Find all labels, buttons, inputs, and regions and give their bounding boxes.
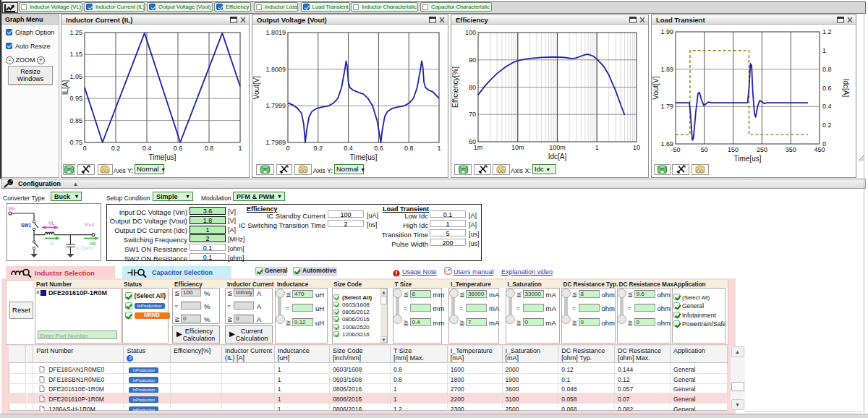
svg-text:1.7999: 1.7999 bbox=[265, 102, 286, 109]
svg-text:1.79: 1.79 bbox=[660, 103, 673, 110]
svg-text:1: 1 bbox=[437, 145, 441, 152]
svg-text:0.6: 0.6 bbox=[374, 145, 383, 152]
svg-text:Idc[A]: Idc[A] bbox=[842, 79, 850, 98]
svg-text:250: 250 bbox=[757, 146, 767, 153]
svg-text:VL: VL bbox=[48, 221, 55, 226]
svg-text:10: 10 bbox=[633, 144, 640, 151]
svg-text:1.7989: 1.7989 bbox=[265, 139, 286, 146]
svg-text:1.05: 1.05 bbox=[69, 73, 82, 80]
svg-text:0.8: 0.8 bbox=[205, 145, 214, 152]
svg-text:Vout[V]: Vout[V] bbox=[652, 76, 660, 99]
svg-text:1.25: 1.25 bbox=[69, 29, 82, 36]
svg-text:1: 1 bbox=[595, 144, 599, 151]
svg-text:-50: -50 bbox=[671, 146, 680, 153]
svg-text:0.4: 0.4 bbox=[142, 145, 152, 152]
svg-text:0.2: 0.2 bbox=[314, 145, 323, 152]
svg-text:Time[us]: Time[us] bbox=[350, 153, 378, 161]
svg-text:1.8019: 1.8019 bbox=[265, 29, 286, 36]
svg-text:1.8009: 1.8009 bbox=[265, 66, 286, 73]
svg-text:1.15: 1.15 bbox=[69, 51, 82, 58]
svg-text:Efficiency[%]: Efficiency[%] bbox=[451, 67, 459, 108]
svg-text:100m: 100m bbox=[549, 144, 566, 151]
svg-text:1.99: 1.99 bbox=[660, 28, 673, 35]
svg-text:0.6: 0.6 bbox=[822, 85, 832, 92]
svg-text:1.2: 1.2 bbox=[822, 28, 832, 35]
svg-text:90: 90 bbox=[469, 56, 476, 64]
svg-text:0.8: 0.8 bbox=[822, 66, 832, 73]
svg-text:0.8: 0.8 bbox=[404, 145, 414, 152]
svg-text:70: 70 bbox=[469, 111, 476, 118]
svg-text:50: 50 bbox=[701, 146, 708, 153]
svg-text:1: 1 bbox=[822, 47, 826, 54]
svg-text:0.95: 0.95 bbox=[69, 95, 82, 102]
svg-text:0.6: 0.6 bbox=[174, 145, 183, 152]
svg-text:150: 150 bbox=[728, 146, 739, 153]
svg-text:100: 100 bbox=[465, 29, 476, 36]
svg-text:1: 1 bbox=[238, 145, 242, 152]
svg-text:0.85: 0.85 bbox=[69, 117, 82, 124]
svg-text:450: 450 bbox=[814, 146, 825, 153]
svg-text:IL[A]: IL[A] bbox=[61, 80, 69, 95]
svg-text:350: 350 bbox=[786, 146, 796, 153]
svg-text:Idc[A]: Idc[A] bbox=[548, 153, 567, 161]
svg-text:Time[us]: Time[us] bbox=[149, 153, 176, 161]
svg-text:0.4: 0.4 bbox=[344, 145, 353, 152]
svg-text:0.4: 0.4 bbox=[822, 103, 832, 110]
svg-text:0.2: 0.2 bbox=[822, 121, 832, 129]
svg-text:10m: 10m bbox=[511, 144, 524, 151]
svg-text:SW1: SW1 bbox=[21, 223, 31, 228]
svg-text:0: 0 bbox=[286, 145, 289, 152]
svg-text:IL: IL bbox=[50, 241, 54, 246]
svg-text:1m: 1m bbox=[474, 144, 483, 151]
svg-text:80: 80 bbox=[469, 84, 476, 91]
svg-text:Vout[V]: Vout[V] bbox=[252, 76, 260, 99]
svg-text:1.89: 1.89 bbox=[660, 66, 673, 73]
svg-text:0.2: 0.2 bbox=[111, 145, 121, 152]
svg-text:Vin: Vin bbox=[8, 206, 15, 211]
svg-text:Time[us]: Time[us] bbox=[734, 155, 762, 163]
svg-text:0.75: 0.75 bbox=[69, 139, 82, 146]
svg-text:0: 0 bbox=[82, 145, 86, 152]
